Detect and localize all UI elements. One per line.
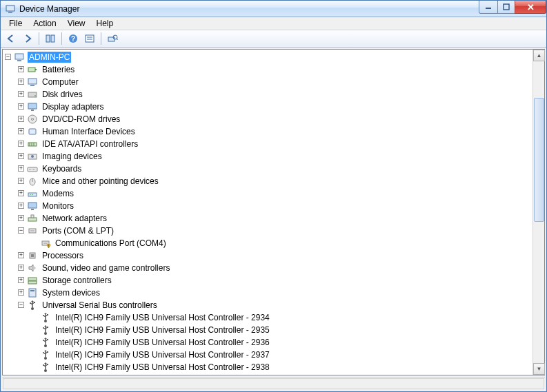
tree-node[interactable]: +IDE ATA/ATAPI controllers [5,138,533,150]
collapse-icon[interactable]: − [5,54,11,60]
expand-icon[interactable]: + [18,153,24,159]
tree-node-label[interactable]: Sound, video and game controllers [41,262,171,274]
expand-icon[interactable]: + [18,79,24,85]
tree-node[interactable]: +DVD/CD-ROM drives [5,113,533,125]
titlebar[interactable]: Device Manager ✕ [1,1,546,17]
tree-node[interactable]: +Human Interface Devices [5,125,533,138]
svg-point-65 [30,302,31,304]
tree-node[interactable]: +Processors [5,249,533,262]
tree-node-label[interactable]: Intel(R) ICH9 Family USB Universal Host … [54,324,271,336]
tree-node[interactable]: +Network adapters [5,212,533,225]
tree-node-label[interactable]: Processors [41,250,85,261]
tree-node-label[interactable]: System devices [41,287,101,298]
tree-node[interactable]: +Display adapters [5,101,533,113]
tree-node-label[interactable]: Keyboards [41,163,83,174]
tree-node-label[interactable]: Human Interface Devices [41,126,137,137]
svg-rect-60 [28,281,37,284]
tree-node[interactable]: Intel(R) ICH9 Family USB Universal Host … [5,361,533,373]
expand-icon[interactable]: + [18,91,24,97]
forward-button[interactable] [20,31,35,46]
tree-node-label[interactable]: Modems [41,188,75,199]
tree-node[interactable]: +Disk drives [5,88,533,101]
imaging-icon [27,151,38,162]
expand-icon[interactable]: + [18,178,24,184]
tree-node[interactable]: +Keyboards [5,163,533,175]
tree-node[interactable]: −Universal Serial Bus controllers [5,299,533,311]
tree-node[interactable]: −Ports (COM & LPT) [5,225,533,237]
expand-icon[interactable]: + [18,289,24,296]
tree-node[interactable]: +Monitors [5,200,533,212]
tree-node[interactable]: +System devices [5,287,533,299]
collapse-icon[interactable]: − [18,302,24,308]
expand-icon[interactable]: + [18,215,24,221]
tree-node[interactable]: +Computer [5,76,533,88]
expand-icon[interactable]: + [18,165,24,172]
help-button[interactable]: ? [66,31,81,46]
tree-node[interactable]: +Imaging devices [5,150,533,163]
usb-icon [40,362,51,373]
svg-rect-38 [34,169,35,169]
scroll-up-button[interactable]: ▲ [533,50,545,61]
tree-node[interactable]: +Storage controllers [5,274,533,287]
expand-icon[interactable]: + [18,141,24,147]
tree-node-label[interactable]: Intel(R) ICH9 Family USB Universal Host … [54,349,271,360]
vertical-scrollbar[interactable]: ▲ ▼ [533,50,544,375]
menu-view[interactable]: View [62,17,91,30]
tree-node[interactable]: Intel(R) ICH9 Family USB Universal Host … [5,336,533,349]
tree-node-label[interactable]: Mice and other pointing devices [41,176,160,187]
tree-node-label[interactable]: Storage controllers [41,275,113,286]
expand-icon[interactable]: + [18,203,24,209]
tree-node[interactable]: Intel(R) ICH9 Family USB Universal Host … [5,349,533,361]
show-hide-console-button[interactable] [43,31,58,46]
tree-node[interactable]: +Sound, video and game controllers [5,262,533,274]
scan-hardware-button[interactable] [105,31,120,46]
tree-node-label[interactable]: Intel(R) ICH9 Family USB Universal Host … [54,337,271,348]
menu-help[interactable]: Help [91,17,119,30]
tree-node-label[interactable]: ADMIN-PC [28,52,71,63]
expand-icon[interactable]: + [18,116,24,122]
device-tree[interactable]: −ADMIN-PC+Batteries+Computer+Disk drives… [3,50,533,375]
tree-node-label[interactable]: Intel(R) ICH9 Family USB Universal Host … [54,312,271,323]
toolbar-separator [61,32,62,45]
properties-button[interactable] [82,31,97,46]
tree-node[interactable]: +Mice and other pointing devices [5,175,533,187]
tree-node-label[interactable]: Display adapters [41,101,105,112]
tree-node-label[interactable]: Disk drives [41,89,84,100]
expand-icon[interactable]: + [18,103,24,110]
tree-node[interactable]: +Batteries [5,63,533,76]
tree-node-label[interactable]: Computer [41,76,80,87]
menu-file[interactable]: File [3,17,28,30]
tree-node-label[interactable]: IDE ATA/ATAPI controllers [41,138,139,149]
expand-icon[interactable]: + [18,128,24,134]
tree-node-label[interactable]: Universal Serial Bus controllers [41,300,159,311]
scroll-down-button[interactable]: ▼ [533,363,545,375]
expand-icon[interactable]: + [18,252,24,258]
tree-node-label[interactable]: Intel(R) ICH9 Family USB Universal Host … [54,362,271,373]
menu-action[interactable]: Action [28,17,61,30]
maximize-button[interactable] [497,1,515,14]
expand-icon[interactable]: + [18,190,24,196]
tree-node-label[interactable]: DVD/CD-ROM drives [41,114,121,125]
back-button[interactable] [3,31,19,46]
tree-node-label[interactable]: Network adapters [41,213,108,224]
tree-node[interactable]: +Modems [5,187,533,200]
svg-rect-37 [33,169,34,169]
tree-node-label[interactable]: Batteries [41,64,76,75]
close-button[interactable]: ✕ [515,1,546,14]
collapse-icon[interactable]: − [18,227,24,234]
tree-node-label[interactable]: Ports (COM & LPT) [41,225,115,236]
tree-node-label[interactable]: Monitors [41,200,75,212]
hid-icon [27,126,38,137]
tree-node[interactable]: !Communications Port (COM4) [5,237,533,249]
expand-icon[interactable]: + [18,66,24,72]
tree-node-label[interactable]: Imaging devices [41,151,103,162]
expand-icon[interactable]: + [18,265,24,271]
scroll-thumb[interactable] [534,98,544,222]
minimize-button[interactable] [479,1,498,14]
tree-node[interactable]: Intel(R) ICH9 Family USB Universal Host … [5,324,533,336]
svg-rect-46 [28,218,37,221]
tree-node-label[interactable]: Communications Port (COM4) [54,238,168,249]
expand-icon[interactable]: + [18,277,24,283]
tree-node[interactable]: −ADMIN-PC [5,51,533,63]
tree-node[interactable]: Intel(R) ICH9 Family USB Universal Host … [5,311,533,324]
